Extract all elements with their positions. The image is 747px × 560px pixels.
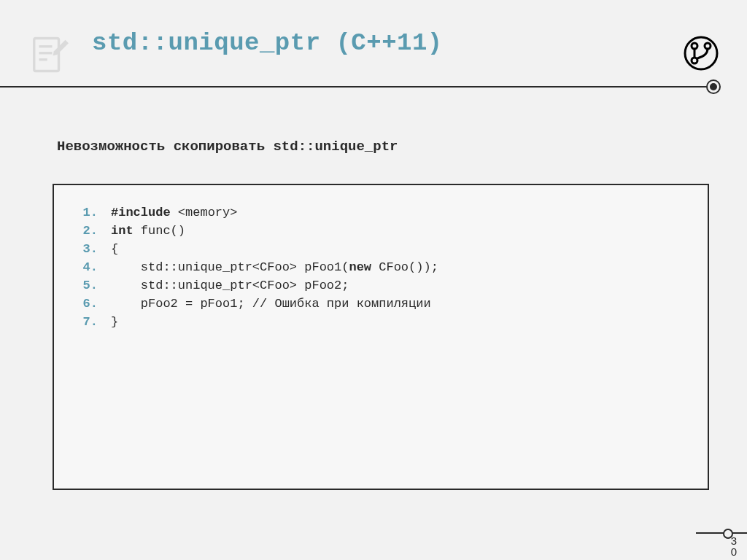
slide-title: std::unique_ptr (C++11): [92, 29, 747, 57]
code-line: 3. {: [71, 242, 690, 260]
code-line: 4. std::unique_ptr<CFoo> pFoo1(new CFoo(…: [71, 260, 690, 279]
svg-point-6: [692, 58, 697, 63]
line-number: 7.: [71, 315, 98, 329]
svg-point-5: [692, 43, 697, 49]
code-line: 5. std::unique_ptr<CFoo> pFoo2;: [71, 279, 690, 297]
line-number: 4.: [71, 260, 98, 274]
header-divider: [0, 86, 712, 88]
svg-point-4: [685, 37, 717, 69]
line-number: 3.: [71, 242, 98, 256]
svg-point-7: [705, 43, 711, 49]
git-branch-icon: [683, 35, 719, 71]
code-line: 7. }: [71, 315, 690, 333]
line-number: 5.: [71, 279, 98, 292]
slide-header: std::unique_ptr (C++11): [0, 0, 747, 57]
slide-subtitle: Невозможность скопировать std::unique_pt…: [57, 139, 398, 155]
code-block: 1. #include <memory> 2. int func() 3. { …: [53, 184, 709, 490]
line-number: 2.: [71, 224, 98, 238]
divider-node: [708, 81, 719, 93]
edit-icon: [29, 35, 69, 74]
code-line: 2. int func(): [71, 224, 690, 242]
code-line: 1. #include <memory>: [71, 206, 690, 224]
footer-line: [696, 532, 747, 534]
code-line: 6. pFoo2 = pFoo1; // Ошибка при компиляц…: [71, 297, 690, 315]
line-number: 1.: [71, 206, 98, 219]
page-number: 3 0: [731, 535, 737, 557]
line-number: 6.: [71, 297, 98, 311]
